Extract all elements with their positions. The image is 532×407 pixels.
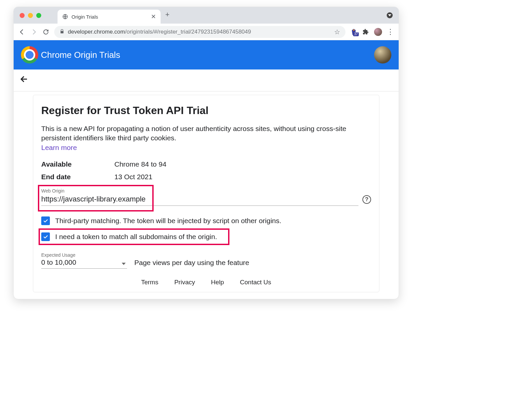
url-host: developer.chrome.com: [68, 29, 125, 35]
chevron-down-icon: [122, 263, 126, 265]
web-origin-label: Web Origin: [41, 188, 358, 194]
available-label: Available: [41, 160, 114, 168]
chrome-logo-icon: [21, 46, 38, 64]
tab-strip: Origin Trials ✕ +: [14, 7, 399, 24]
browser-window: Origin Trials ✕ + developer.chrome.com/o…: [13, 7, 399, 299]
extension-lighthouse-icon[interactable]: 37: [350, 28, 357, 36]
header-title: Chrome Origin Trials: [41, 50, 120, 60]
tabs-menu-button[interactable]: [387, 12, 393, 18]
reload-button[interactable]: [42, 28, 50, 36]
profile-avatar-small[interactable]: [374, 28, 382, 36]
footer-contact-link[interactable]: Contact Us: [240, 279, 271, 286]
tab-title: Origin Trials: [71, 14, 148, 20]
learn-more-link[interactable]: Learn more: [41, 144, 77, 152]
new-tab-button[interactable]: +: [165, 10, 170, 20]
browser-tab[interactable]: Origin Trials ✕: [58, 10, 161, 24]
back-button[interactable]: [18, 28, 26, 36]
footer-help-link[interactable]: Help: [211, 279, 224, 286]
minimize-window-button[interactable]: [28, 13, 33, 18]
expected-usage-description: Page views per day using the feature: [134, 259, 249, 269]
sub-header: [14, 69, 399, 91]
forward-button[interactable]: [30, 28, 38, 36]
expected-usage-label: Expected Usage: [41, 252, 127, 258]
extensions-puzzle-icon[interactable]: [362, 28, 369, 36]
browser-menu-button[interactable]: ⋮: [387, 28, 394, 36]
thirdparty-label: Third-party matching. The token will be …: [55, 217, 281, 225]
expected-usage-select[interactable]: Expected Usage 0 to 10,000: [41, 252, 127, 269]
globe-icon: [62, 14, 68, 20]
close-tab-icon[interactable]: ✕: [151, 13, 156, 20]
subdomain-label: I need a token to match all subdomains o…: [55, 233, 217, 241]
web-origin-input[interactable]: [41, 194, 358, 206]
subdomain-checkbox-row: I need a token to match all subdomains o…: [41, 232, 371, 241]
window-controls: [20, 13, 41, 18]
browser-toolbar: developer.chrome.com/origintrials/#/regi…: [14, 24, 399, 40]
thirdparty-checkbox-row: Third-party matching. The token will be …: [41, 216, 371, 225]
enddate-value: 13 Oct 2021: [114, 173, 152, 181]
extension-badge: 37: [353, 32, 359, 36]
available-value: Chrome 84 to 94: [114, 160, 166, 168]
enddate-label: End date: [41, 173, 114, 181]
back-arrow-button[interactable]: [20, 74, 29, 86]
url-text: developer.chrome.com/origintrials/#/regi…: [68, 29, 331, 35]
subdomain-checkbox[interactable]: [41, 232, 50, 241]
help-icon[interactable]: ?: [362, 195, 371, 204]
expected-usage-value: 0 to 10,000: [41, 258, 127, 266]
bookmark-star-icon[interactable]: ☆: [334, 28, 340, 36]
web-origin-field: Web Origin: [41, 188, 358, 206]
close-window-button[interactable]: [20, 13, 25, 18]
footer-links: Terms Privacy Help Contact Us: [41, 279, 371, 286]
card-title: Register for Trust Token API Trial: [41, 104, 371, 117]
address-bar[interactable]: developer.chrome.com/origintrials/#/regi…: [54, 26, 345, 38]
page-header: Chrome Origin Trials: [14, 40, 399, 69]
thirdparty-checkbox[interactable]: [41, 216, 50, 225]
profile-avatar-large[interactable]: [374, 46, 391, 64]
maximize-window-button[interactable]: [36, 13, 41, 18]
registration-card: Register for Trust Token API Trial This …: [33, 95, 379, 292]
url-path: /origintrials/#/register_trial/247923159…: [125, 29, 251, 35]
card-description: This is a new API for propagating a noti…: [41, 124, 371, 143]
lock-icon: [60, 29, 65, 35]
footer-terms-link[interactable]: Terms: [141, 279, 158, 286]
footer-privacy-link[interactable]: Privacy: [174, 279, 195, 286]
